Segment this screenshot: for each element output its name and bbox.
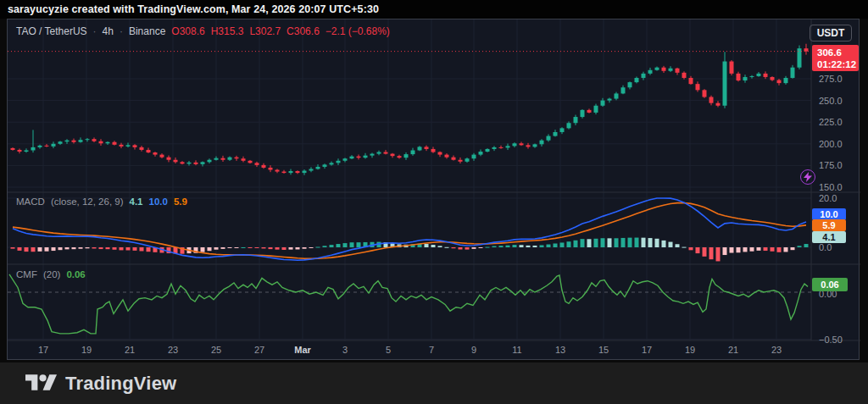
macd-title[interactable]: MACD bbox=[16, 196, 45, 207]
time-tick: 11 bbox=[512, 345, 521, 355]
price-tick: 275.0 bbox=[819, 74, 843, 84]
ohlc-low: L302.7 bbox=[249, 25, 281, 37]
lightning-bolt-glyph bbox=[804, 172, 812, 182]
time-tick: 17 bbox=[642, 345, 652, 355]
cmf-tick: −0.50 bbox=[819, 335, 843, 345]
separator-dot: · bbox=[120, 25, 123, 37]
macd-axis-label: 10.0 bbox=[812, 208, 846, 220]
time-axis[interactable]: 171921232527Mar357911131517192123 bbox=[8, 340, 811, 361]
time-tick: 15 bbox=[598, 345, 609, 355]
macd-signal-value: 5.9 bbox=[174, 196, 187, 207]
time-tick: 19 bbox=[685, 345, 695, 355]
interval-label[interactable]: 4h bbox=[103, 25, 114, 37]
symbol-legend[interactable]: TAO / TetherUS · 4h · Binance O308.6 H31… bbox=[16, 25, 390, 37]
time-tick: 19 bbox=[81, 345, 92, 355]
time-tick: 9 bbox=[471, 345, 476, 355]
price-tick: 225.0 bbox=[819, 117, 843, 127]
ohlc-open: O308.6 bbox=[171, 25, 204, 37]
separator-dot: · bbox=[93, 25, 97, 37]
ohlc-high: H315.3 bbox=[211, 25, 244, 37]
hist-axis-label: 4.1 bbox=[812, 231, 846, 243]
attribution-bar: sarayucyzie created with TradingView.com… bbox=[0, 0, 868, 19]
time-tick: 23 bbox=[771, 345, 782, 355]
macd-tick: 20.0 bbox=[819, 193, 837, 203]
symbol-name[interactable]: TAO / TetherUS bbox=[16, 25, 87, 37]
chart-canvas[interactable] bbox=[8, 19, 860, 361]
time-tick: 25 bbox=[211, 345, 221, 355]
time-tick: 5 bbox=[386, 345, 391, 355]
cmf-params: (20) bbox=[43, 269, 60, 279]
time-tick: 17 bbox=[38, 345, 48, 355]
cmf-value: 0.06 bbox=[66, 269, 85, 279]
time-tick: 3 bbox=[342, 345, 348, 355]
last-price-value: 306.6 bbox=[817, 47, 859, 58]
signal-axis-label: 5.9 bbox=[812, 219, 846, 231]
screenshot-stage: sarayucyzie created with TradingView.com… bbox=[0, 0, 868, 404]
tradingview-logo[interactable]: TradingView bbox=[25, 371, 176, 396]
macd-line-value: 10.0 bbox=[149, 196, 168, 207]
time-tick: 21 bbox=[125, 345, 135, 355]
price-axis[interactable]: 306.6 01:22:12 10.0 5.9 4.1 275.0250.022… bbox=[811, 19, 860, 340]
macd-params: (close, 12, 26, 9) bbox=[51, 196, 124, 207]
time-tick: 27 bbox=[254, 345, 264, 355]
attribution-text: sarayucyzie created with TradingView.com… bbox=[0, 3, 379, 15]
cmf-legend[interactable]: CMF (20) 0.06 bbox=[16, 269, 86, 279]
price-tick: 175.0 bbox=[819, 160, 843, 170]
macd-hist-value: 4.1 bbox=[130, 196, 143, 207]
cmf-axis-label: 0.06 bbox=[812, 278, 848, 291]
footer-bar: TradingView bbox=[0, 362, 868, 404]
price-tick: 200.0 bbox=[819, 139, 843, 149]
chart-panel[interactable]: TAO / TetherUS · 4h · Binance O308.6 H31… bbox=[7, 19, 860, 360]
macd-tick: 0.0 bbox=[819, 242, 832, 252]
ohlc-close: C306.6 bbox=[287, 25, 320, 37]
exchange-label: Binance bbox=[129, 25, 165, 37]
ohlc-change: −2.1 (−0.68%) bbox=[326, 25, 390, 37]
time-tick: 23 bbox=[168, 345, 178, 355]
quote-currency-button[interactable]: USDT bbox=[810, 25, 852, 42]
time-tick: 21 bbox=[728, 345, 738, 355]
bar-countdown: 01:22:12 bbox=[817, 58, 859, 70]
tradingview-logo-text: TradingView bbox=[65, 373, 176, 395]
price-tick: 250.0 bbox=[819, 96, 843, 106]
last-price-label: 306.6 01:22:12 bbox=[812, 45, 859, 71]
time-tick: Mar bbox=[294, 345, 311, 355]
cmf-title[interactable]: CMF bbox=[16, 269, 37, 279]
price-tick: 150.0 bbox=[819, 182, 843, 192]
time-tick: 7 bbox=[429, 345, 434, 355]
lightning-icon[interactable] bbox=[800, 169, 815, 185]
macd-legend[interactable]: MACD (close, 12, 26, 9) 4.1 10.0 5.9 bbox=[16, 196, 187, 207]
time-tick: 13 bbox=[555, 345, 565, 355]
tradingview-logo-icon bbox=[25, 371, 57, 396]
